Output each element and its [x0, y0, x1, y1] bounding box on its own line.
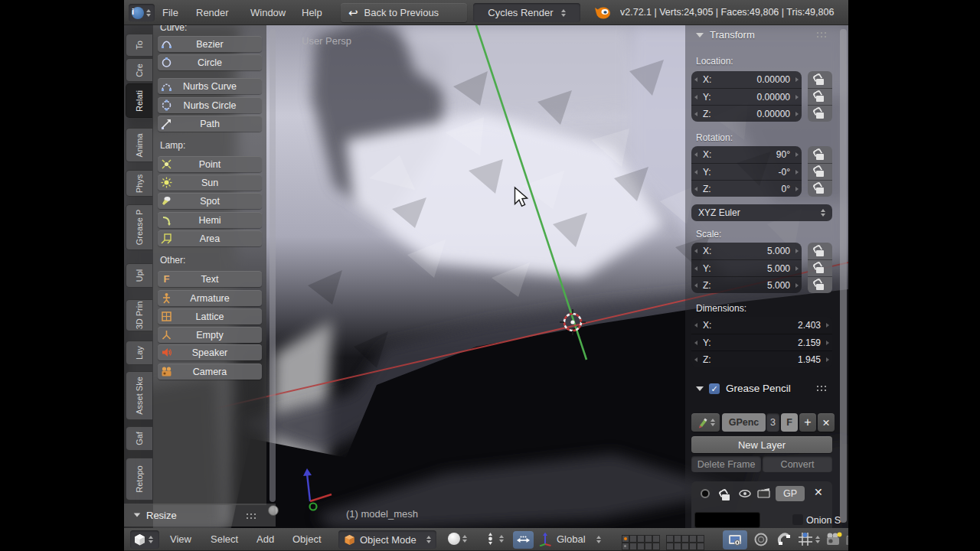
editor-type-button[interactable]: i [129, 4, 155, 21]
shelf-tab-tools[interactable]: To [126, 34, 152, 57]
scene-lock-button[interactable] [723, 530, 747, 549]
convert-button[interactable]: Convert [763, 456, 832, 472]
grease-pencil-new-button[interactable]: + [799, 413, 816, 432]
lock-rotation-z-button[interactable] [808, 180, 832, 197]
shelf-tab-animation[interactable]: Anima [126, 128, 152, 162]
opengl-render-button[interactable] [825, 531, 843, 550]
shelf-tab-grease-pencil[interactable]: Grease P [126, 204, 152, 250]
menu-render[interactable]: Render [196, 0, 229, 24]
grease-pencil-checkbox[interactable]: ✓ [709, 383, 720, 394]
add-lamp-spot-button[interactable]: Spot [158, 193, 262, 209]
add-text-button[interactable]: F Text [158, 271, 262, 287]
lock-rotation-y-button[interactable] [808, 163, 832, 180]
lock-rotation-x-button[interactable] [808, 146, 832, 163]
add-nurbs-curve-button[interactable]: Nurbs Curve [158, 78, 262, 94]
shelf-tab-create[interactable]: Cre [126, 58, 152, 82]
layers-grid-right[interactable] [666, 535, 704, 550]
menu-object[interactable]: Object [292, 528, 322, 550]
add-camera-button[interactable]: Camera [158, 364, 262, 380]
add-lamp-point-button[interactable]: Point [158, 156, 262, 172]
shelf-tab-relations[interactable]: Relati [126, 83, 152, 118]
rotation-y-field[interactable]: Y:-0° [691, 163, 802, 180]
layer-delete-icon[interactable]: ✕ [814, 486, 823, 498]
delete-frame-button[interactable]: Delete Frame [691, 456, 761, 472]
menu-view[interactable]: View [170, 528, 191, 550]
grease-pencil-brush-button[interactable] [691, 413, 720, 432]
snap-element-dropdown[interactable] [798, 531, 820, 547]
add-path-button[interactable]: Path [158, 116, 262, 132]
layer-cell-active[interactable] [622, 535, 629, 543]
add-lattice-button[interactable]: Lattice [158, 308, 262, 324]
grease-pencil-unlink-button[interactable]: ✕ [818, 413, 835, 432]
location-x-field[interactable]: X:0.00000 [691, 71, 802, 88]
grease-pencil-panel-title[interactable]: Grease Pencil [726, 383, 791, 394]
grease-pencil-datablock-field[interactable]: GPenc [722, 413, 766, 432]
menu-file[interactable]: File [162, 0, 178, 24]
grease-pencil-users-count[interactable]: 3 [766, 413, 779, 432]
stroke-color-swatch[interactable] [694, 512, 760, 528]
dimensions-z-field[interactable]: Z:1.945 [691, 350, 832, 367]
grease-pencil-grip-icon[interactable] [817, 386, 818, 387]
lock-location-x-button[interactable] [808, 71, 832, 88]
scale-y-field[interactable]: Y:5.000 [691, 259, 802, 276]
layer-color-dot-icon[interactable] [701, 489, 710, 498]
transform-grip-icon[interactable] [817, 32, 818, 34]
editor-type-button-3dview[interactable] [130, 530, 159, 549]
add-lamp-area-button[interactable]: Area [158, 230, 262, 246]
layer-name-field[interactable]: GP [776, 486, 805, 501]
location-z-field[interactable]: Z:0.00000 [691, 105, 802, 122]
shelf-tab-gaf[interactable]: Gaf [126, 426, 152, 451]
layers-grid-left[interactable] [622, 535, 660, 550]
mode-dropdown[interactable]: Object Mode [338, 530, 436, 549]
back-to-previous-button[interactable]: ↩ Back to Previous [341, 3, 467, 22]
layer-clapper-icon[interactable] [757, 487, 771, 499]
transform-collapse-icon[interactable] [696, 33, 704, 37]
onion-skin-checkbox[interactable] [792, 514, 803, 525]
menu-window[interactable]: Window [250, 0, 286, 24]
scale-z-field[interactable]: Z:5.000 [691, 276, 802, 293]
lock-scale-z-button[interactable] [808, 276, 832, 293]
dimensions-x-field[interactable]: X:2.403 [691, 317, 832, 334]
properties-panel-scrollbar[interactable] [840, 29, 847, 523]
tool-shelf-scrollbar[interactable] [270, 29, 276, 502]
operator-redo-panel[interactable]: Resize [124, 504, 276, 527]
new-layer-button[interactable]: New Layer [691, 436, 832, 453]
shelf-tab-asset-sketch[interactable]: Asset Ske [126, 371, 152, 420]
location-y-field[interactable]: Y:0.00000 [691, 88, 802, 105]
add-lamp-sun-button[interactable]: Sun [158, 174, 262, 191]
snap-toggle-button[interactable] [776, 531, 792, 550]
lock-location-z-button[interactable] [808, 105, 832, 122]
manipulator-translate-button[interactable] [513, 531, 534, 549]
add-bezier-button[interactable]: Bezier [158, 36, 262, 52]
shelf-tab-upl[interactable]: Upl [126, 263, 152, 288]
lock-location-y-button[interactable] [808, 88, 832, 105]
add-empty-button[interactable]: Empty [158, 327, 262, 343]
layer-unlock-icon[interactable] [722, 494, 730, 500]
menu-help[interactable]: Help [302, 0, 322, 24]
opengl-render-anim-button[interactable] [845, 531, 848, 550]
transform-orientation-dropdown[interactable]: Global [538, 532, 601, 546]
menu-select[interactable]: Select [211, 528, 238, 550]
scale-x-field[interactable]: X:5.000 [691, 243, 802, 259]
layer-visibility-eye-icon[interactable] [739, 488, 751, 499]
rotation-z-field[interactable]: Z:0° [691, 180, 802, 197]
rotation-mode-dropdown[interactable]: XYZ Euler [691, 204, 832, 221]
grease-pencil-fake-user-button[interactable]: F [781, 413, 798, 432]
shelf-tab-physics[interactable]: Phys [126, 170, 152, 197]
shelf-tab-retopo[interactable]: Retopo [126, 458, 152, 500]
add-circle-button[interactable]: Circle [158, 54, 262, 70]
dimensions-y-field[interactable]: Y:2.159 [691, 334, 832, 350]
transform-panel-title[interactable]: Transform [710, 29, 755, 41]
menu-add[interactable]: Add [256, 528, 274, 550]
shelf-tab-3d-print[interactable]: 3D Prin [126, 299, 152, 331]
grease-pencil-collapse-icon[interactable] [696, 386, 704, 391]
pivot-point-dropdown[interactable] [484, 532, 504, 546]
shelf-tab-lay[interactable]: Lay [126, 341, 152, 365]
viewport-shading-dropdown[interactable] [448, 533, 467, 545]
lock-scale-y-button[interactable] [808, 259, 832, 276]
add-nurbs-circle-button[interactable]: Nurbs Circle [158, 97, 262, 113]
proportional-edit-button[interactable] [753, 532, 769, 550]
add-armature-button[interactable]: Armature [158, 290, 262, 306]
render-engine-dropdown[interactable]: Cycles Render [473, 3, 580, 22]
add-speaker-button[interactable]: Speaker [158, 344, 262, 360]
